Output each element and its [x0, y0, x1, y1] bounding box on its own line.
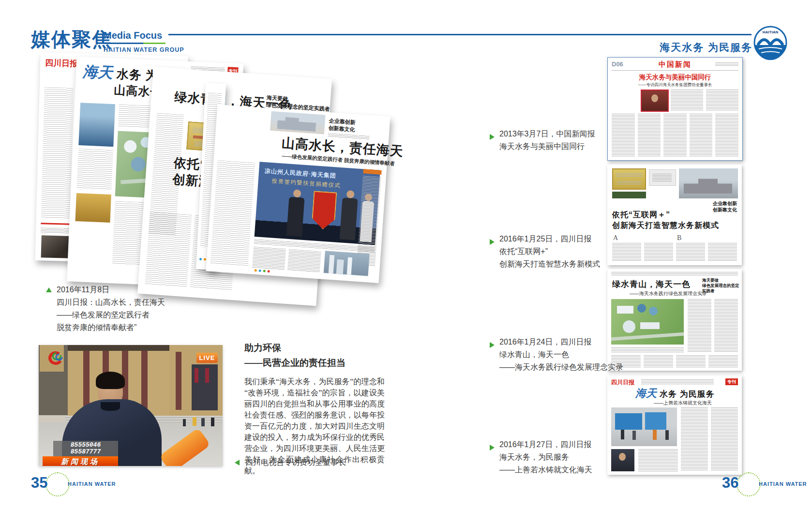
- caption-line: 2016年1月24日，四川日报: [499, 336, 623, 348]
- triangle-right-icon: [490, 134, 495, 140]
- fake-columns: [638, 449, 678, 471]
- caption-line: 脱贫奔康的倾情奉献者”: [57, 321, 165, 334]
- clip4-event-photo: [611, 407, 677, 446]
- clip4-subhead: ——上善若水铸就文化海天: [654, 400, 712, 406]
- news-banner: 新闻现场: [43, 456, 118, 466]
- registration-marks: [255, 269, 270, 272]
- clip2-corner1: 企业靠创新: [713, 200, 737, 207]
- fake-text: [641, 379, 714, 384]
- header-rule-blue: [104, 43, 143, 44]
- article-title-1: 助力环保: [244, 342, 385, 354]
- phone-number-2: 85587777: [71, 449, 101, 455]
- footer-right-dotted-circle: [737, 472, 761, 496]
- caption-line: 海天水务，为民服务: [499, 451, 592, 464]
- clip1-caption: 2013年3月7日，中国新闻报 海天水务与美丽中国同行: [499, 128, 595, 153]
- clip-internet-plus: 企业靠创新 创新靠文化 依托“互联网＋” 创新海天打造智慧水务新模式 A B: [607, 165, 742, 265]
- fake-text: [715, 62, 738, 66]
- caption-line: 创新海天打造智慧水务新模式: [499, 258, 600, 271]
- fake-columns: [612, 114, 738, 156]
- collage-masthead: 四川日报: [45, 57, 78, 69]
- clip3-subhead: ——海天水务践行绿色发展理念实录: [630, 290, 707, 297]
- footer-right-label: HAITIAN WATER: [759, 481, 807, 487]
- fake-text: [76, 149, 113, 191]
- banner-script: 海天: [82, 61, 113, 83]
- clip2-headline1: 依托“互联网＋”: [612, 210, 670, 220]
- phone-number-1: 85555046: [71, 442, 101, 449]
- caption-line: ——绿色发展的坚定践行者: [57, 309, 165, 321]
- clip3-caption: 2016年1月24日，四川日报 绿水青山，海天一色 ——海天水务践行绿色发展理念…: [499, 336, 623, 374]
- photo-city: [324, 251, 370, 276]
- brochure-spread: 媒体聚焦 Media Focus HAITIAN WATER GROUP 海天水…: [0, 0, 812, 526]
- clip4-masthead: 四川日报: [611, 378, 634, 387]
- clip3-side2: 绿色发展理念的坚定实践者: [702, 283, 742, 294]
- clip4-edition-tag: 专刊: [725, 378, 738, 385]
- clip4-rest: 水务 为民服务: [660, 389, 715, 400]
- footer-left-label: HAITIAN WATER: [68, 481, 116, 487]
- clip-culture: 四川日报 专刊 海天 水务 为民服务 ——上善若水铸就文化海天: [607, 376, 742, 475]
- article-title-2: ——民营企业的责任担当: [244, 357, 385, 369]
- clip2-headline2: 创新海天打造智慧水务新模式: [612, 221, 719, 231]
- interviewee-hair: [96, 372, 125, 389]
- triangle-right-icon: [490, 342, 495, 348]
- caption-line: 海天水务与美丽中国同行: [499, 140, 595, 153]
- clip2-caption: 2016年1月25日，四川日报 依托“互联网+” 创新海天打造智慧水务新模式: [499, 233, 600, 271]
- fake-text: [210, 160, 255, 267]
- page-title-en: Media Focus: [104, 30, 162, 41]
- clip4-script: 海天: [635, 386, 657, 401]
- clip3-side1: 海天要做: [702, 278, 742, 283]
- clip1-portrait: [641, 90, 669, 112]
- tv-caption: 四川电视台专访费功全董事长: [245, 456, 346, 469]
- collage-caption-marker: [46, 287, 52, 292]
- page-number-left: 35: [31, 474, 47, 492]
- sctv-logo-icon: [45, 351, 70, 369]
- caption-line: 2013年3月7日，中国新闻报: [499, 128, 595, 140]
- fake-columns: [671, 90, 738, 111]
- tv-caption-marker: [235, 460, 240, 466]
- header-long-rule: [168, 34, 752, 35]
- logo-text: HAITIAN: [763, 30, 779, 34]
- clip2-marker-b: B: [677, 234, 681, 242]
- clip2-marker-a: A: [613, 234, 618, 242]
- clip2-green-strip: [612, 192, 646, 198]
- caption-line: 四川日报：山高水长，责任海天: [57, 296, 165, 309]
- caption-line: 依托“互联网+”: [499, 245, 600, 258]
- hotline-numbers: 85555046 85587777: [53, 441, 118, 456]
- clip3-caption-marker: [490, 342, 495, 348]
- caption-line: ——海天水务践行绿色发展理念实录: [499, 361, 623, 374]
- tv-interview-photo: LIVE 85555046 85587777 新闻现场: [39, 345, 223, 466]
- caption-line: 2016年1月27日，四川日报: [499, 438, 592, 451]
- page-number-right: 36: [722, 474, 738, 492]
- fake-columns: [252, 247, 321, 273]
- live-badge: LIVE: [196, 353, 218, 363]
- header-rule-green: [143, 43, 165, 44]
- fake-columns: [688, 299, 738, 352]
- triangle-left-icon: [235, 460, 240, 466]
- collage-paper-front: 企业靠创新 创新靠文化 山高水长，责任海天 ——绿色发展的坚定践行者 脱贫奔康的…: [206, 105, 390, 283]
- caption-line: 2016年1月25日，四川日报: [499, 233, 600, 245]
- portrait-photo: [41, 235, 72, 258]
- fake-columns: [612, 243, 737, 261]
- fake-columns: [681, 407, 738, 471]
- photo-hq-building: [270, 111, 326, 135]
- clip4-caption: 2016年1月27日，四川日报 海天水务，为民服务 ——上善若水铸就文化海天: [499, 438, 592, 476]
- caption-line: 绿水青山，海天一色: [499, 348, 623, 361]
- haitian-logo-icon: HAITIAN: [753, 25, 788, 60]
- clip2-gold-plaque: [612, 168, 646, 190]
- caption-line: ——上善若水铸就文化海天: [499, 464, 592, 476]
- red-pennant: [311, 191, 337, 230]
- photo-building: [78, 103, 115, 147]
- fake-columns: [611, 355, 738, 368]
- clip1-headline: 海天水务与美丽中国同行: [608, 73, 742, 82]
- clip1-subhead: ——专访四川海天水务集团费功全董事长: [608, 82, 742, 88]
- clip2-building-photo: [679, 168, 738, 198]
- fake-text: [611, 272, 738, 276]
- triangle-right-icon: [490, 445, 495, 451]
- clip3-headline: 绿水青山，海天一色: [612, 279, 691, 290]
- header-group-name: HAITIAN WATER GROUP: [104, 46, 184, 53]
- triangle-up-icon: [46, 287, 52, 292]
- clip-china-news: D06 中国新闻 海天水务与美丽中国同行 ——专访四川海天水务集团费功全董事长: [607, 57, 743, 161]
- clip1-caption-marker: [490, 134, 495, 140]
- triangle-right-icon: [490, 239, 495, 245]
- divider: [612, 70, 738, 71]
- clip2-small-plaque: [649, 169, 676, 186]
